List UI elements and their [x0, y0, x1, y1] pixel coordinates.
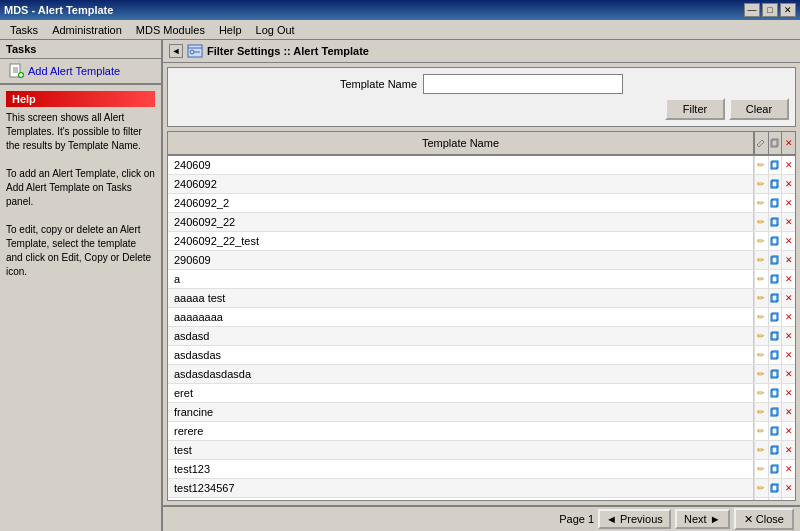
copy-icon[interactable]	[768, 479, 782, 497]
delete-icon[interactable]: ✕	[781, 498, 795, 500]
table-row[interactable]: 2406092_22_test✏✕	[168, 232, 795, 251]
table-row[interactable]: eret✏✕	[168, 384, 795, 403]
copy-icon[interactable]	[768, 384, 782, 402]
template-name-cell: 2406092_22	[168, 214, 753, 230]
table-row[interactable]: asdasd✏✕	[168, 327, 795, 346]
delete-icon[interactable]: ✕	[781, 346, 795, 364]
delete-icon[interactable]: ✕	[781, 365, 795, 383]
delete-icon[interactable]: ✕	[781, 403, 795, 421]
copy-icon[interactable]	[768, 194, 782, 212]
edit-icon[interactable]: ✏	[754, 156, 768, 174]
edit-icon[interactable]: ✏	[754, 251, 768, 269]
maximize-button[interactable]: □	[762, 3, 778, 17]
copy-icon[interactable]	[768, 175, 782, 193]
table-row[interactable]: asdasdas✏✕	[168, 346, 795, 365]
delete-icon[interactable]: ✕	[781, 270, 795, 288]
delete-icon[interactable]: ✕	[781, 384, 795, 402]
delete-icon[interactable]: ✕	[781, 327, 795, 345]
copy-icon[interactable]	[768, 156, 782, 174]
clear-button[interactable]: Clear	[729, 98, 789, 120]
delete-icon[interactable]: ✕	[781, 422, 795, 440]
delete-icon[interactable]: ✕	[781, 308, 795, 326]
delete-icon[interactable]: ✕	[781, 175, 795, 193]
table-row[interactable]: 290609✏✕	[168, 251, 795, 270]
copy-icon[interactable]	[768, 365, 782, 383]
edit-icon[interactable]: ✏	[754, 460, 768, 478]
copy-icon[interactable]	[768, 213, 782, 231]
delete-icon[interactable]: ✕	[781, 213, 795, 231]
table-row[interactable]: 240609✏✕	[168, 156, 795, 175]
edit-icon[interactable]: ✏	[754, 289, 768, 307]
template-name-input[interactable]	[423, 74, 623, 94]
edit-icon[interactable]: ✏	[754, 346, 768, 364]
edit-icon[interactable]: ✏	[754, 403, 768, 421]
menu-tasks[interactable]: Tasks	[4, 22, 44, 38]
tasks-header: Tasks	[0, 40, 161, 59]
menu-mds-modules[interactable]: MDS Modules	[130, 22, 211, 38]
filter-button[interactable]: Filter	[665, 98, 725, 120]
copy-icon[interactable]	[768, 460, 782, 478]
table-row[interactable]: 2406092_2✏✕	[168, 194, 795, 213]
copy-header-icon	[770, 138, 780, 148]
copy-icon[interactable]	[768, 441, 782, 459]
menu-help[interactable]: Help	[213, 22, 248, 38]
copy-icon[interactable]	[768, 289, 782, 307]
table-row[interactable]: 2406092✏✕	[168, 175, 795, 194]
table-row[interactable]: aaaaa test✏✕	[168, 289, 795, 308]
previous-button[interactable]: ◄ Previous	[598, 509, 671, 529]
table-row[interactable]: test123✏✕	[168, 460, 795, 479]
table-row[interactable]: test1506✏✕	[168, 498, 795, 500]
table-row[interactable]: test1234567✏✕	[168, 479, 795, 498]
delete-icon[interactable]: ✕	[781, 441, 795, 459]
copy-icon[interactable]	[768, 270, 782, 288]
edit-icon[interactable]: ✏	[754, 270, 768, 288]
table-body: 240609✏✕2406092✏✕2406092_2✏✕2406092_22✏✕…	[168, 156, 795, 500]
copy-icon[interactable]	[768, 251, 782, 269]
table-row[interactable]: francine✏✕	[168, 403, 795, 422]
table-row[interactable]: a✏✕	[168, 270, 795, 289]
delete-icon[interactable]: ✕	[781, 232, 795, 250]
edit-icon[interactable]: ✏	[754, 175, 768, 193]
table-row[interactable]: rerere✏✕	[168, 422, 795, 441]
main-layout: Tasks Add Alert Template Help This scree…	[0, 40, 800, 531]
copy-icon[interactable]	[768, 346, 782, 364]
copy-icon[interactable]	[768, 308, 782, 326]
delete-icon[interactable]: ✕	[781, 479, 795, 497]
menu-logout[interactable]: Log Out	[250, 22, 301, 38]
close-button[interactable]: ✕	[780, 3, 796, 17]
close-button-footer[interactable]: ✕ Close	[734, 508, 794, 530]
edit-icon[interactable]: ✏	[754, 194, 768, 212]
template-name-cell: test	[168, 442, 753, 458]
table-row[interactable]: aaaaaaaa✏✕	[168, 308, 795, 327]
menu-administration[interactable]: Administration	[46, 22, 128, 38]
edit-icon[interactable]: ✏	[754, 422, 768, 440]
copy-icon[interactable]	[768, 498, 782, 500]
next-button[interactable]: Next ►	[675, 509, 730, 529]
table-row[interactable]: 2406092_22✏✕	[168, 213, 795, 232]
edit-icon[interactable]: ✏	[754, 441, 768, 459]
sidebar-item-add-alert-template[interactable]: Add Alert Template	[0, 59, 161, 83]
edit-icon[interactable]: ✏	[754, 327, 768, 345]
edit-icon[interactable]: ✏	[754, 308, 768, 326]
edit-icon[interactable]: ✏	[754, 498, 768, 500]
table-row[interactable]: test✏✕	[168, 441, 795, 460]
table-row[interactable]: asdasdasdasda✏✕	[168, 365, 795, 384]
row-actions: ✏✕	[753, 194, 795, 212]
edit-icon[interactable]: ✏	[754, 213, 768, 231]
edit-icon[interactable]: ✏	[754, 479, 768, 497]
edit-icon[interactable]: ✏	[754, 365, 768, 383]
copy-icon[interactable]	[768, 422, 782, 440]
edit-icon[interactable]: ✏	[754, 384, 768, 402]
copy-icon[interactable]	[768, 327, 782, 345]
minimize-button[interactable]: —	[744, 3, 760, 17]
delete-icon[interactable]: ✕	[781, 156, 795, 174]
copy-icon[interactable]	[768, 232, 782, 250]
delete-icon[interactable]: ✕	[781, 289, 795, 307]
delete-icon[interactable]: ✕	[781, 194, 795, 212]
edit-icon[interactable]: ✏	[754, 232, 768, 250]
template-name-cell: test1234567	[168, 480, 753, 496]
collapse-button[interactable]: ◄	[169, 44, 183, 58]
copy-icon[interactable]	[768, 403, 782, 421]
delete-icon[interactable]: ✕	[781, 460, 795, 478]
delete-icon[interactable]: ✕	[781, 251, 795, 269]
